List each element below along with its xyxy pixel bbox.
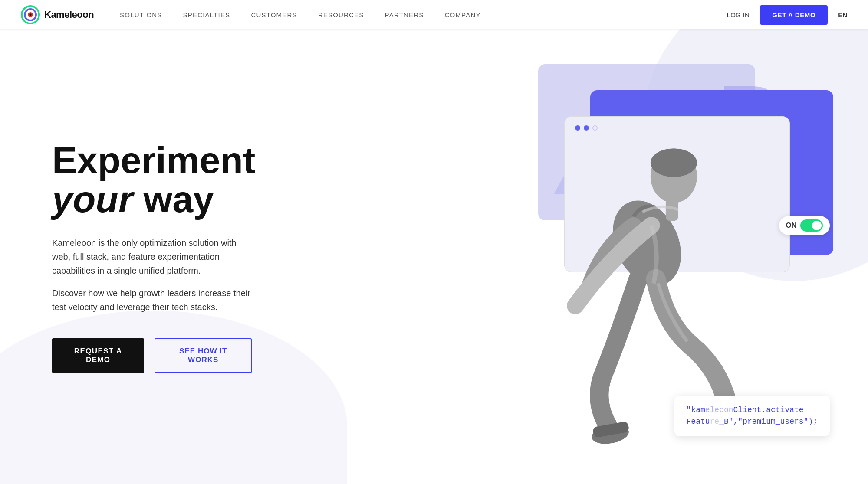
hero-title: Experiment your way (52, 141, 252, 219)
toggle-on-label: ON (786, 222, 797, 229)
toggle-switch[interactable] (800, 219, 823, 232)
hero-visual: B A ON "kameleoonClient.activate Feature… (434, 29, 868, 484)
hero-title-line1: Experiment (52, 139, 255, 181)
hero-title-rest: way (133, 178, 214, 220)
get-demo-button[interactable]: GET A DEMO (760, 5, 828, 25)
hero-title-em: your (52, 178, 133, 220)
svg-point-6 (651, 148, 697, 177)
code-text-line2: Feature_B","premium_users"); (687, 416, 818, 428)
logo-icon (21, 5, 40, 24)
navbar: Kameleoon SOLUTIONS SPECIALTIES CUSTOMER… (0, 0, 868, 29)
language-selector[interactable]: EN (838, 11, 847, 19)
svg-point-3 (30, 14, 32, 16)
nav-resources[interactable]: RESOURCES (318, 11, 364, 19)
toggle-widget[interactable]: ON (779, 216, 830, 235)
hero-buttons: REQUEST A DEMO SEE HOW IT WORKS (52, 338, 252, 373)
toggle-knob (812, 221, 822, 230)
logo-text: Kameleoon (44, 9, 94, 20)
code-text-line1: "kameleoonClient.activate (687, 404, 818, 416)
request-demo-button[interactable]: REQUEST A DEMO (52, 338, 144, 373)
logo-link[interactable]: Kameleoon (21, 5, 94, 24)
see-how-it-works-button[interactable]: SEE HOW IT WORKS (155, 338, 252, 373)
nav-company[interactable]: COMPANY (444, 11, 480, 19)
nav-specialties[interactable]: SPECIALTIES (183, 11, 230, 19)
hero-description-1: Kameleoon is the only optimization solut… (52, 236, 252, 278)
login-link[interactable]: LOG IN (727, 11, 750, 19)
nav-links: SOLUTIONS SPECIALTIES CUSTOMERS RESOURCE… (120, 11, 727, 19)
code-snippet: "kameleoonClient.activate Feature_B","pr… (674, 396, 830, 436)
nav-partners[interactable]: PARTNERS (385, 11, 424, 19)
nav-solutions[interactable]: SOLUTIONS (120, 11, 162, 19)
hero-content: Experiment your way Kameleoon is the onl… (0, 106, 304, 408)
hero-description-2: Discover how we help growth leaders incr… (52, 286, 252, 314)
nav-actions: LOG IN GET A DEMO EN (727, 5, 847, 25)
nav-customers[interactable]: CUSTOMERS (251, 11, 297, 19)
hero-section: Experiment your way Kameleoon is the onl… (0, 29, 868, 484)
